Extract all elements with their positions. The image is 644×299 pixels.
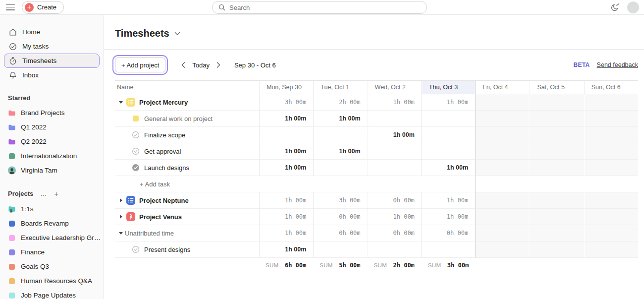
chevron-down-icon[interactable] bbox=[174, 32, 180, 36]
add-task-button[interactable]: + Add task bbox=[115, 176, 259, 192]
project-item-human-resources-q-a[interactable]: Human Resources Q&A bbox=[4, 274, 100, 288]
add-task-label[interactable]: + Add task bbox=[117, 180, 170, 188]
time-cell[interactable] bbox=[476, 143, 530, 160]
task-row-finalize-scope[interactable]: Finalize scope bbox=[115, 127, 259, 143]
time-cell[interactable] bbox=[422, 127, 476, 143]
time-value: 0h 00m bbox=[447, 230, 468, 237]
time-cell[interactable]: 1h 00m bbox=[259, 160, 313, 176]
project-item-goals-q3[interactable]: Goals Q3 bbox=[4, 259, 100, 274]
time-cell bbox=[584, 225, 638, 241]
task-row-present-designs[interactable]: Present designs bbox=[115, 241, 259, 258]
time-cell[interactable] bbox=[584, 111, 638, 127]
time-cell[interactable] bbox=[368, 160, 422, 176]
project-row-project-neptune[interactable]: Project Neptune bbox=[115, 192, 259, 209]
time-cell[interactable] bbox=[476, 111, 530, 127]
time-cell[interactable] bbox=[530, 241, 584, 258]
time-cell[interactable] bbox=[584, 143, 638, 160]
time-cell[interactable] bbox=[422, 111, 476, 127]
caret-right-icon[interactable] bbox=[117, 198, 125, 202]
task-row-launch-designs[interactable]: Launch designs bbox=[115, 160, 259, 176]
snooze-moon-icon[interactable]: z z bbox=[610, 3, 620, 12]
time-cell[interactable] bbox=[584, 127, 638, 143]
caret-right-icon[interactable] bbox=[117, 215, 125, 219]
list-item-label: Finance bbox=[21, 248, 45, 256]
time-cell[interactable]: 1h 00m bbox=[313, 143, 367, 160]
time-cell[interactable] bbox=[530, 143, 584, 160]
time-cell: 1h 00m bbox=[422, 192, 476, 209]
hamburger-icon[interactable] bbox=[6, 4, 15, 10]
starred-item-q1-2022[interactable]: Q1 2022 bbox=[4, 120, 100, 134]
check-circle-icon[interactable] bbox=[131, 245, 141, 253]
time-cell[interactable] bbox=[313, 127, 367, 143]
starred-item-q2-2022[interactable]: Q2 2022 bbox=[4, 134, 100, 149]
project-row-project-venus[interactable]: Project Venus bbox=[115, 209, 259, 225]
project-row-unattributed-time[interactable]: Unattributed time bbox=[115, 225, 259, 241]
project-item-1-1s[interactable]: 1:1s bbox=[4, 202, 100, 216]
starred-item-internationalization[interactable]: Internationalization bbox=[4, 149, 100, 163]
time-cell[interactable] bbox=[584, 160, 638, 176]
user-avatar[interactable] bbox=[627, 1, 639, 13]
caret-down-icon[interactable] bbox=[117, 232, 125, 235]
time-cell[interactable]: 1h 00m bbox=[259, 241, 313, 258]
create-button[interactable]: + Create bbox=[22, 1, 64, 14]
task-row-general-work-on-project[interactable]: General work on project bbox=[115, 111, 259, 127]
check-circle-icon[interactable] bbox=[131, 147, 141, 155]
time-value: 1h 00m bbox=[447, 99, 468, 106]
projects-list: 1:1sBoards RevampExecutive Leadership Gr… bbox=[0, 202, 104, 299]
time-cell[interactable]: 1h 00m bbox=[422, 160, 476, 176]
time-value: 0h 00m bbox=[393, 230, 414, 237]
time-cell[interactable] bbox=[259, 127, 313, 143]
project-item-finance[interactable]: Finance bbox=[4, 245, 100, 259]
time-cell[interactable]: 1h 00m bbox=[259, 143, 313, 160]
sidebar-item-inbox[interactable]: Inbox bbox=[4, 68, 100, 82]
time-cell: 2h 00m bbox=[313, 94, 367, 111]
chevron-right-icon[interactable] bbox=[214, 62, 223, 68]
starred-item-virginia-tam[interactable]: Virginia Tam bbox=[4, 163, 100, 178]
sidebar-item-timesheets[interactable]: Timesheets bbox=[4, 54, 100, 68]
check-circle-icon bbox=[8, 42, 17, 51]
project-item-boards-revamp[interactable]: Boards Revamp bbox=[4, 216, 100, 231]
time-cell[interactable] bbox=[530, 127, 584, 143]
time-cell bbox=[476, 94, 530, 111]
send-feedback-link[interactable]: Send feedback bbox=[597, 61, 638, 68]
projects-more-icon[interactable]: … bbox=[40, 190, 47, 197]
date-range-label: Sep 30 - Oct 6 bbox=[234, 61, 276, 69]
main-content: Timesheets + Add project Today Sep 30 - … bbox=[104, 15, 644, 299]
time-cell[interactable] bbox=[530, 111, 584, 127]
time-cell[interactable] bbox=[476, 241, 530, 258]
projects-add-icon[interactable]: + bbox=[54, 189, 58, 198]
time-cell[interactable] bbox=[368, 111, 422, 127]
time-cell[interactable] bbox=[476, 160, 530, 176]
search-input[interactable] bbox=[229, 4, 421, 11]
chevron-left-icon[interactable] bbox=[178, 62, 188, 68]
time-cell[interactable]: 1h 00m bbox=[313, 111, 367, 127]
time-cell[interactable] bbox=[368, 143, 422, 160]
starred-item-brand-projects[interactable]: Brand Projects bbox=[4, 106, 100, 120]
time-cell[interactable] bbox=[476, 127, 530, 143]
time-cell[interactable]: 1h 00m bbox=[368, 127, 422, 143]
project-row-project-mercury[interactable]: Project Mercury bbox=[115, 94, 259, 111]
sidebar-item-home[interactable]: Home bbox=[4, 25, 100, 39]
today-button[interactable]: Today bbox=[192, 61, 210, 69]
project-item-job-page-updates[interactable]: Job Page Updates bbox=[4, 288, 100, 299]
caret-down-icon[interactable] bbox=[117, 101, 125, 104]
check-done-icon[interactable] bbox=[131, 164, 141, 172]
time-cell[interactable] bbox=[368, 241, 422, 258]
time-cell[interactable]: 1h 00m bbox=[259, 111, 313, 127]
column-header-thu-oct-3: Thu, Oct 3 bbox=[422, 80, 476, 94]
search-bar[interactable] bbox=[212, 1, 427, 14]
task-row-get-approval[interactable]: Get approval bbox=[115, 143, 259, 160]
check-circle-icon[interactable] bbox=[131, 131, 141, 139]
time-cell[interactable] bbox=[313, 160, 367, 176]
time-cell[interactable] bbox=[584, 241, 638, 258]
column-header-sat-oct-5: Sat, Oct 5 bbox=[530, 80, 584, 94]
color-square-icon bbox=[131, 116, 141, 121]
sum-label: SUM bbox=[266, 262, 278, 268]
time-cell[interactable] bbox=[422, 143, 476, 160]
sidebar-item-my-tasks[interactable]: My tasks bbox=[4, 39, 100, 54]
time-cell[interactable] bbox=[422, 241, 476, 258]
add-project-button[interactable]: + Add project bbox=[115, 58, 165, 72]
time-cell[interactable] bbox=[530, 160, 584, 176]
time-cell[interactable] bbox=[313, 241, 367, 258]
project-item-executive-leadership-gr[interactable]: Executive Leadership Gr… bbox=[4, 231, 100, 245]
